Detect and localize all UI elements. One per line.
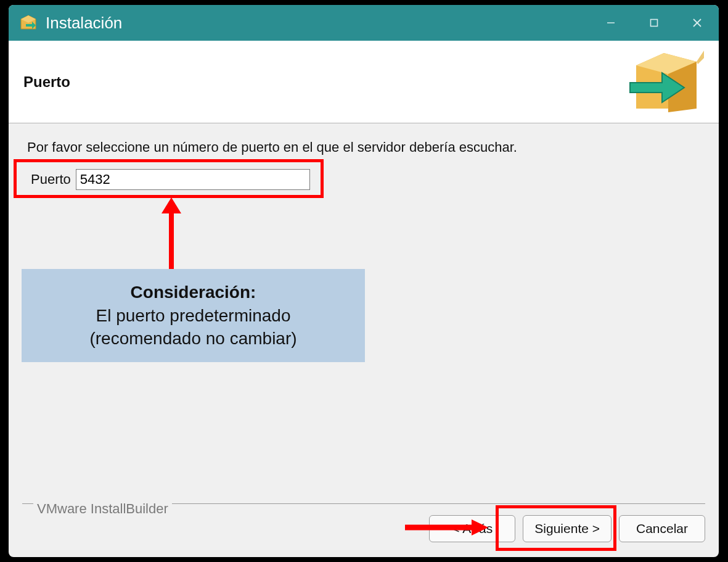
next-button[interactable]: Siguiente > [523, 515, 611, 542]
footer-divider: VMware InstallBuilder [22, 503, 705, 504]
footer: VMware InstallBuilder < Atrás Siguiente … [9, 496, 719, 557]
instruction-text: Por favor seleccione un número de puerto… [27, 139, 700, 155]
port-label: Puerto [31, 171, 71, 188]
port-row: Puerto [27, 165, 316, 194]
button-row: < Atrás Siguiente > Cancelar [22, 515, 705, 542]
svg-marker-10 [697, 51, 704, 64]
callout-box: Consideración: El puerto predeterminado … [22, 269, 365, 362]
callout-title: Consideración: [131, 281, 256, 304]
callout-line1: El puerto predeterminado [96, 304, 291, 328]
window-title: Instalación [46, 14, 122, 33]
titlebar: Instalación [9, 5, 719, 41]
page-heading: Puerto [23, 73, 70, 91]
header-panel: Puerto [9, 41, 719, 123]
svg-rect-4 [651, 20, 658, 27]
minimize-button[interactable] [589, 5, 632, 41]
close-button[interactable] [676, 5, 719, 41]
maximize-button[interactable] [632, 5, 676, 41]
box-arrow-icon [624, 47, 704, 117]
footer-brand: VMware InstallBuilder [33, 501, 172, 517]
callout-line2: (recomendado no cambiar) [89, 327, 297, 350]
app-icon [18, 13, 38, 33]
cancel-button[interactable]: Cancelar [619, 515, 705, 542]
back-button[interactable]: < Atrás [429, 515, 515, 542]
port-input[interactable] [76, 169, 310, 190]
